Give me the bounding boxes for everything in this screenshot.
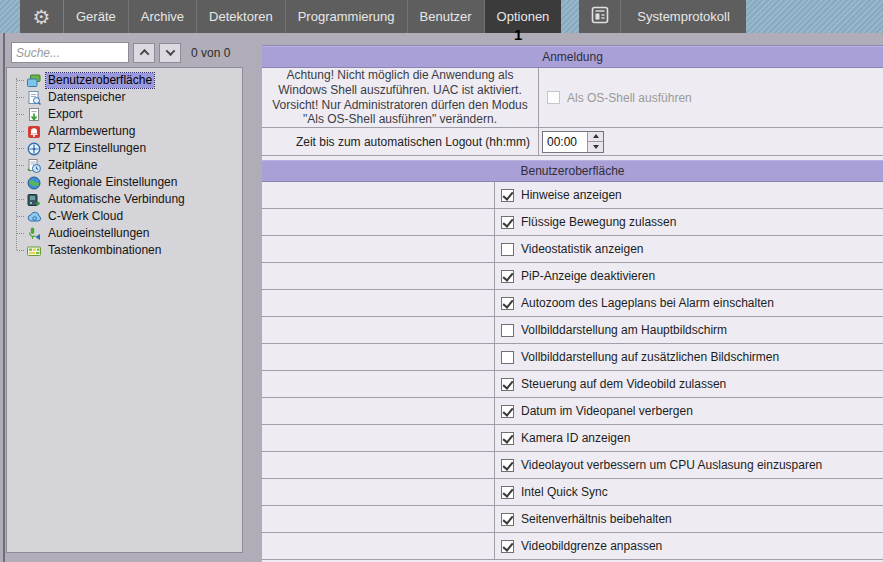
tree-branch-line	[17, 131, 24, 132]
option-checkbox[interactable]	[501, 243, 514, 256]
sidebar-item-label: Automatische Verbindung	[46, 192, 187, 207]
tab-detektoren[interactable]: Detektoren	[197, 0, 286, 33]
search-next-button[interactable]	[159, 43, 181, 63]
sidebar-item-zeitpläne[interactable]: Zeitpläne	[7, 157, 242, 174]
option-autozoom-des-lageplans-bei-alarm-einschalten: Autozoom des Lageplans bei Alarm einscha…	[501, 296, 774, 310]
sidebar-item-benutzeroberfläche[interactable]: Benutzeroberfläche	[7, 72, 242, 89]
search-previous-button[interactable]	[133, 43, 155, 63]
option-checkbox[interactable]	[501, 297, 514, 310]
option-flüssige-bewegung-zulassen: Flüssige Bewegung zulassen	[501, 215, 676, 229]
option-videolayout-verbessern-um-cpu-auslasung-einzusparen: Videolayout verbessern um CPU Auslasung …	[501, 458, 822, 472]
sidebar-item-audioeinstellungen[interactable]: Audioeinstellungen	[7, 225, 242, 242]
option-row-right-cell: Seitenverhältnis beibehalten	[495, 506, 883, 532]
main-tabs-segment: ⚙ GeräteArchiveDetektorenProgrammierungB…	[20, 0, 561, 33]
option-vollbilddarstellung-auf-zusätzlichen-bildschirmen: Vollbilddarstellung auf zusätzlichen Bil…	[501, 350, 779, 364]
option-checkbox[interactable]	[501, 270, 514, 283]
tree-branch-line	[17, 148, 24, 149]
option-checkbox[interactable]	[501, 324, 514, 337]
option-row-right-cell: Vollbilddarstellung am Hauptbildschirm	[495, 317, 883, 343]
sidebar-item-ptz-einstellungen[interactable]: PTZ Einstellungen	[7, 140, 242, 157]
option-label: Videobildgrenze anpassen	[521, 539, 662, 553]
option-checkbox[interactable]	[501, 486, 514, 499]
triangle-down-icon	[593, 145, 599, 149]
tree-branch-line	[17, 165, 24, 166]
option-checkbox[interactable]	[501, 351, 514, 364]
logout-time-value[interactable]: 00:00	[543, 132, 587, 152]
system-log-icon-button[interactable]	[579, 0, 621, 33]
option-label: Flüssige Bewegung zulassen	[521, 215, 676, 229]
option-row-right-cell: Hinweise anzeigen	[495, 182, 883, 208]
option-row-right-cell: Autozoom des Lageplans bei Alarm einscha…	[495, 290, 883, 316]
option-seitenverhältnis-beibehalten: Seitenverhältnis beibehalten	[501, 512, 672, 526]
option-row-left-cell	[262, 182, 495, 208]
sidebar-item-export[interactable]: Export	[7, 106, 242, 123]
os-shell-option: Als OS-Shell ausführen	[547, 91, 692, 105]
sidebar-item-regionale-einstellungen[interactable]: Regionale Einstellungen	[7, 174, 242, 191]
option-row-left-cell	[262, 452, 495, 478]
option-checkbox[interactable]	[501, 459, 514, 472]
option-label: PiP-Anzeige deaktivieren	[521, 269, 655, 283]
option-videobildgrenze-anpassen: Videobildgrenze anpassen	[501, 539, 662, 553]
tree-branch-line	[17, 199, 24, 200]
option-vollbilddarstellung-am-hauptbildschirm: Vollbilddarstellung am Hauptbildschirm	[501, 323, 727, 337]
option-label: Vollbilddarstellung am Hauptbildschirm	[521, 323, 727, 337]
option-datum-im-videopanel-verbergen: Datum im Videopanel verbergen	[501, 404, 693, 418]
logout-time-spinner[interactable]: 00:00	[542, 131, 604, 153]
tree-branch-line	[17, 182, 24, 183]
option-row-right-cell: Kamera ID anzeigen	[495, 425, 883, 451]
option-label: Kamera ID anzeigen	[521, 431, 630, 445]
sidebar-item-label: Regionale Einstellungen	[46, 175, 179, 190]
spinner-up-button[interactable]	[588, 132, 603, 143]
option-label: Intel Quick Sync	[521, 485, 608, 499]
system-log-segment: Systemprotokoll	[579, 0, 745, 33]
server-connect-icon	[26, 192, 42, 208]
tree-branch-line	[17, 233, 24, 234]
option-checkbox[interactable]	[501, 405, 514, 418]
option-checkbox[interactable]	[501, 540, 514, 553]
option-row-left-cell	[262, 398, 495, 424]
section-title: Benutzeroberfläche	[520, 164, 624, 178]
os-shell-checkbox[interactable]	[547, 91, 560, 104]
sidebar-item-tastenkombinationen[interactable]: Tastenkombinationen	[7, 242, 242, 259]
document-search-icon	[26, 90, 42, 106]
search-result-count: 0 von 0	[191, 46, 230, 60]
option-intel-quick-sync: Intel Quick Sync	[501, 485, 608, 499]
annotation-step-1: 1	[514, 26, 522, 43]
options-panel: Anmeldung Achtung! Nicht möglich die Anw…	[262, 45, 883, 562]
layers-icon	[26, 73, 42, 89]
option-checkbox[interactable]	[501, 432, 514, 445]
tab-geräte[interactable]: Geräte	[64, 0, 129, 33]
sidebar-item-label: Benutzeroberfläche	[46, 73, 154, 88]
option-checkbox[interactable]	[501, 189, 514, 202]
os-shell-label: Als OS-Shell ausführen	[567, 91, 692, 105]
sidebar-item-c-werk-cloud[interactable]: C-Werk Cloud	[7, 208, 242, 225]
tree-branch-line	[17, 80, 24, 81]
export-icon	[26, 107, 42, 123]
option-checkbox[interactable]	[501, 216, 514, 229]
option-row-left-cell	[262, 236, 495, 262]
settings-gear-button[interactable]: ⚙	[20, 0, 64, 33]
tab-archive[interactable]: Archive	[129, 0, 197, 33]
tab-optionen[interactable]: Optionen	[485, 0, 562, 33]
sidebar-item-datenspeicher[interactable]: Datenspeicher	[7, 89, 242, 106]
spinner-down-button[interactable]	[588, 142, 603, 152]
search-input[interactable]	[11, 42, 129, 63]
option-checkbox[interactable]	[501, 513, 514, 526]
chevron-down-icon	[165, 46, 175, 56]
triangle-up-icon	[593, 134, 599, 138]
gear-icon: ⚙	[33, 7, 51, 27]
option-row-right-cell: Intel Quick Sync	[495, 479, 883, 505]
system-log-button[interactable]: Systemprotokoll	[621, 0, 745, 33]
option-row: Vollbilddarstellung auf zusätzlichen Bil…	[262, 344, 883, 371]
option-row-left-cell	[262, 344, 495, 370]
tab-benutzer[interactable]: Benutzer	[408, 0, 485, 33]
option-checkbox[interactable]	[501, 378, 514, 391]
sidebar-item-alarmbewertung[interactable]: Alarmbewertung	[7, 123, 242, 140]
sidebar-item-automatische-verbindung[interactable]: Automatische Verbindung	[7, 191, 242, 208]
sidebar-item-label: Datenspeicher	[46, 90, 127, 105]
option-row: Autozoom des Lageplans bei Alarm einscha…	[262, 290, 883, 317]
option-label: Autozoom des Lageplans bei Alarm einscha…	[521, 296, 774, 310]
option-row-left-cell	[262, 290, 495, 316]
tab-programmierung[interactable]: Programmierung	[286, 0, 408, 33]
tree-branch-line	[17, 216, 24, 217]
